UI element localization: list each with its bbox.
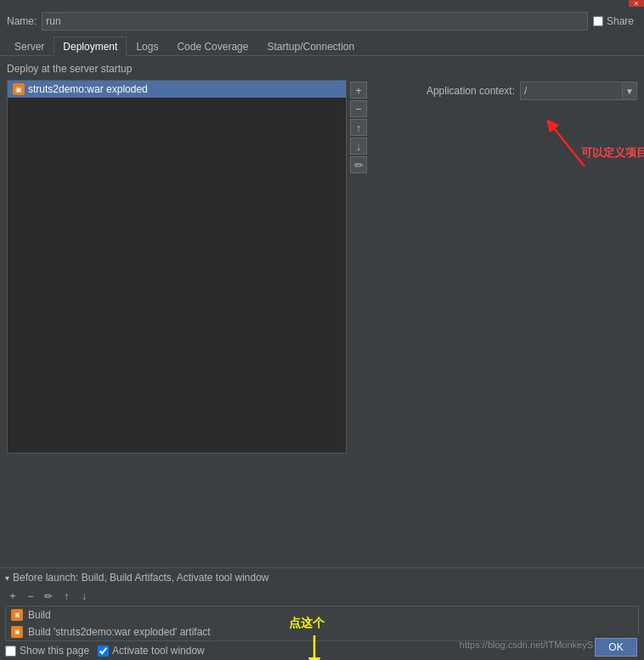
side-buttons: + − ↑ ↓ ✏ xyxy=(347,80,370,454)
launch-item-build-label: Build xyxy=(28,609,51,621)
tab-logs[interactable]: Logs xyxy=(127,37,167,56)
artifacts-list: ▣ struts2demo:war exploded xyxy=(7,80,347,454)
share-area: Share xyxy=(593,15,634,27)
tab-startup-connection[interactable]: Startup/Connection xyxy=(257,37,364,56)
main-content: Deploy at the server startup ▣ struts2de… xyxy=(0,56,644,498)
app-context-input[interactable] xyxy=(520,82,622,100)
tab-server[interactable]: Server xyxy=(5,37,54,56)
launch-add-button[interactable]: + xyxy=(5,589,20,604)
app-context-row: Application context: ▼ xyxy=(427,82,637,100)
share-checkbox[interactable] xyxy=(593,16,603,26)
bottom-section: ▾ Before launch: Build, Build Artifacts,… xyxy=(0,567,644,660)
red-arrow-svg xyxy=(500,99,602,183)
remove-button[interactable]: − xyxy=(350,100,367,117)
show-page-wrap: Show this page xyxy=(5,645,89,657)
before-launch-text: Before launch: Build, Build Artifacts, A… xyxy=(13,572,269,584)
activate-tool-label: Activate tool window xyxy=(112,645,205,657)
name-input[interactable] xyxy=(42,12,588,31)
tab-deployment[interactable]: Deployment xyxy=(54,37,127,56)
launch-toolbar: + − ✏ ↑ ↓ xyxy=(0,587,644,606)
name-row: Name: Share xyxy=(0,7,644,36)
name-label: Name: xyxy=(7,15,37,27)
app-context-label: Application context: xyxy=(427,85,515,97)
collapse-icon[interactable]: ▾ xyxy=(5,573,9,583)
move-down-button[interactable]: ↓ xyxy=(350,138,367,155)
show-page-label: Show this page xyxy=(20,645,89,657)
launch-item-artifact-label: Build 'struts2demo:war exploded' artifac… xyxy=(28,626,211,638)
yellow-arrow-svg xyxy=(289,631,340,660)
url-text: https://blog.csdn.net/ITMonkeyS xyxy=(460,640,593,650)
add-button[interactable]: + xyxy=(350,82,367,99)
tabs-row: Server Deployment Logs Code Coverage Sta… xyxy=(0,36,644,56)
annotation-text: 可以定义项目名称 xyxy=(581,145,644,161)
ok-area: OK xyxy=(588,635,644,660)
launch-up-button[interactable]: ↑ xyxy=(59,589,74,604)
svg-line-1 xyxy=(551,124,585,166)
app-context-panel: Application context: ▼ xyxy=(427,82,637,100)
share-label: Share xyxy=(607,15,634,27)
ok-button[interactable]: OK xyxy=(595,638,637,657)
app-context-input-wrap: ▼ xyxy=(520,82,637,100)
close-button[interactable]: × xyxy=(629,0,644,7)
build-icon: ▣ xyxy=(11,609,23,621)
move-up-button[interactable]: ↑ xyxy=(350,119,367,136)
launch-edit-button[interactable]: ✏ xyxy=(41,589,56,604)
artifact-text: struts2demo:war exploded xyxy=(28,83,148,95)
activate-tool-wrap: Activate tool window xyxy=(98,645,205,657)
app-context-dropdown[interactable]: ▼ xyxy=(622,82,637,100)
close-icon: × xyxy=(634,0,638,8)
artifact-build-icon: ▣ xyxy=(11,626,23,638)
red-arrow-container: 可以定义项目名称 xyxy=(500,99,602,186)
title-bar: × xyxy=(0,0,644,7)
launch-remove-button[interactable]: − xyxy=(23,589,38,604)
artifact-icon: ▣ xyxy=(13,83,25,95)
activate-tool-checkbox[interactable] xyxy=(98,646,109,657)
yellow-annotation: 点这个 xyxy=(289,616,340,660)
before-launch-header: ▾ Before launch: Build, Build Artifacts,… xyxy=(0,568,644,587)
deploy-label: Deploy at the server startup xyxy=(7,63,637,75)
edit-button[interactable]: ✏ xyxy=(350,156,367,173)
artifact-item[interactable]: ▣ struts2demo:war exploded xyxy=(8,81,346,98)
show-page-checkbox[interactable] xyxy=(5,646,16,657)
tab-code-coverage[interactable]: Code Coverage xyxy=(167,37,257,56)
yellow-note-text: 点这个 xyxy=(289,616,325,629)
launch-down-button[interactable]: ↓ xyxy=(76,589,92,604)
